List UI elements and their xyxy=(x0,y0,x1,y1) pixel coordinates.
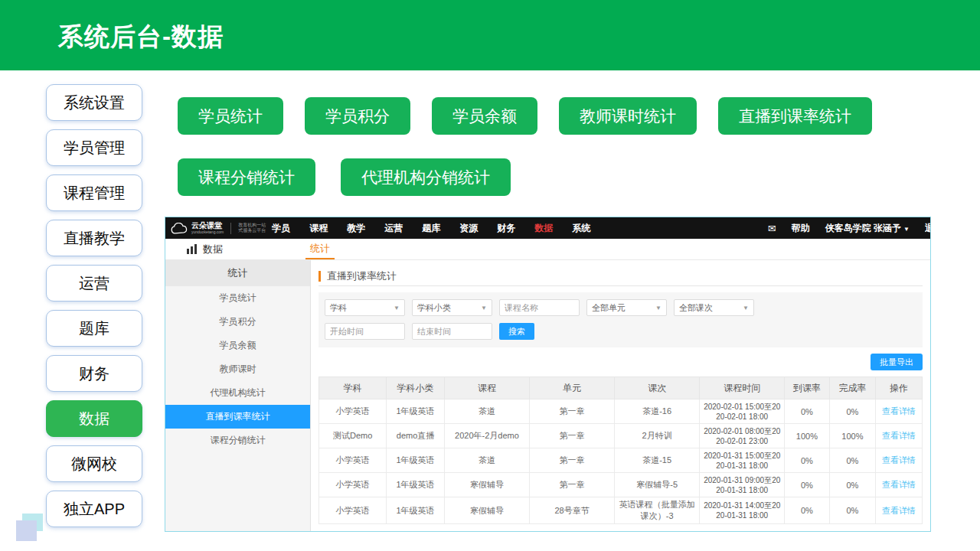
view-details-link[interactable]: 查看详情 xyxy=(882,406,916,416)
student-balance-button[interactable]: 学员余额 xyxy=(432,97,537,135)
cell-subject: 小学英语 xyxy=(319,399,387,424)
sidebar-item-course-management[interactable]: 课程管理 xyxy=(46,174,142,211)
nav-item-students[interactable]: 学员 xyxy=(272,222,290,235)
submenu-item-teacher-hours[interactable]: 教师课时 xyxy=(165,357,310,381)
cell-course-time: 2020-02-01 15:00至2020-02-01 18:00 xyxy=(700,399,785,424)
table-row: 小学英语 1年级英语 茶道 第一章 茶道-15 2020-01-31 15:00… xyxy=(319,448,923,473)
admin-app-screenshot: 云朵课堂 yunduoketang.com 教育机构一站 式服务云平台 学员 课… xyxy=(165,217,931,532)
submenu-item-student-stats[interactable]: 学员统计 xyxy=(165,286,310,310)
cell-subject: 测试Demo xyxy=(319,424,387,448)
chevron-down-icon: ▼ xyxy=(655,305,662,311)
app-breadcrumb-bar: 数据 统计 xyxy=(165,239,930,260)
sidebar-item-finance[interactable]: 财务 xyxy=(46,355,142,392)
main-sidebar: 系统设置 学员管理 课程管理 直播教学 运营 题库 财务 数据 微网校 独立AP… xyxy=(46,84,142,527)
sidebar-item-question-bank[interactable]: 题库 xyxy=(46,310,142,347)
app-submenu: 统计 学员统计 学员积分 学员余额 教师课时 代理机构统计 直播到课率统计 课程… xyxy=(165,260,311,531)
nav-item-data[interactable]: 数据 xyxy=(534,222,553,235)
cell-completion-rate: 0% xyxy=(829,448,876,473)
course-distribution-stats-button[interactable]: 课程分销统计 xyxy=(178,158,315,196)
live-attendance-stats-button[interactable]: 直播到课率统计 xyxy=(718,97,872,135)
cell-completion-rate: 100% xyxy=(829,424,876,448)
nav-item-finance[interactable]: 财务 xyxy=(497,222,515,235)
submenu-item-student-points[interactable]: 学员积分 xyxy=(165,310,310,334)
quick-buttons-row-1: 学员统计 学员积分 学员余额 教师课时统计 直播到课率统计 xyxy=(178,97,872,135)
unit-select[interactable]: 全部单元▼ xyxy=(586,299,667,316)
lesson-select[interactable]: 全部课次▼ xyxy=(674,299,754,316)
start-time-input[interactable] xyxy=(325,323,405,340)
subject-select[interactable]: 学科▼ xyxy=(325,299,405,316)
export-row: 批量导出 xyxy=(318,354,923,370)
table-header-row: 学科 学科小类 课程 单元 课次 课程时间 到课率 完成率 操作 xyxy=(319,377,923,399)
sidebar-item-system-settings[interactable]: 系统设置 xyxy=(46,84,142,121)
cell-completion-rate: 0% xyxy=(829,399,876,424)
teacher-hours-stats-button[interactable]: 教师课时统计 xyxy=(559,97,697,135)
app-logo: 云朵课堂 yunduoketang.com 教育机构一站 式服务云平台 xyxy=(165,222,266,234)
cell-course: 茶道 xyxy=(444,448,529,473)
cell-attendance-rate: 0% xyxy=(785,448,829,473)
submenu-item-course-distribution-stats[interactable]: 课程分销统计 xyxy=(165,429,310,452)
cell-unit: 第一章 xyxy=(529,448,614,473)
nav-item-resources[interactable]: 资源 xyxy=(459,222,478,235)
col-attendance-rate: 到课率 xyxy=(785,377,829,399)
filter-section: 学科▼ 学科小类▼ 全部单元▼ 全部课次▼ 搜索 xyxy=(318,292,923,347)
cell-lesson: 茶道-16 xyxy=(615,399,700,424)
logo-divider xyxy=(230,223,231,234)
app-nav-right: ✉ 帮助 侠客岛学院 张涵予▼ 退 xyxy=(768,222,930,235)
course-name-input[interactable] xyxy=(499,299,580,316)
table-row: 小学英语 1年级英语 茶道 第一章 茶道-16 2020-02-01 15:00… xyxy=(319,399,923,424)
bar-chart-icon xyxy=(187,244,198,254)
table-row: 小学英语 1年级英语 寒假辅导 第一章 寒假辅导-5 2020-01-31 09… xyxy=(319,473,923,497)
nav-item-question-bank[interactable]: 题库 xyxy=(422,222,440,235)
content-title: 直播到课率统计 xyxy=(327,269,397,283)
chevron-down-icon: ▼ xyxy=(903,226,910,233)
help-link[interactable]: 帮助 xyxy=(792,222,810,235)
filter-row-1: 学科▼ 学科小类▼ 全部单元▼ 全部课次▼ xyxy=(325,299,916,316)
sidebar-item-micro-school[interactable]: 微网校 xyxy=(46,445,142,482)
breadcrumb: 数据 xyxy=(187,239,223,259)
student-points-button[interactable]: 学员积分 xyxy=(305,97,410,135)
cell-unit: 第一章 xyxy=(529,424,614,448)
sidebar-item-data[interactable]: 数据 xyxy=(46,400,142,437)
col-unit: 单元 xyxy=(529,377,614,399)
sidebar-item-student-management[interactable]: 学员管理 xyxy=(46,129,142,166)
nav-item-courses[interactable]: 课程 xyxy=(309,222,328,235)
batch-export-button[interactable]: 批量导出 xyxy=(871,354,923,370)
view-details-link[interactable]: 查看详情 xyxy=(882,455,916,465)
agency-distribution-stats-button[interactable]: 代理机构分销统计 xyxy=(341,158,511,196)
cell-course-time: 2020-01-31 09:00至2020-01-31 18:00 xyxy=(700,473,785,497)
chevron-down-icon: ▼ xyxy=(481,305,487,311)
search-button[interactable]: 搜索 xyxy=(499,323,534,340)
view-details-link[interactable]: 查看详情 xyxy=(882,431,916,440)
student-stats-button[interactable]: 学员统计 xyxy=(178,97,283,135)
end-time-input[interactable] xyxy=(412,323,492,340)
logo-tagline: 教育机构一站 式服务云平台 xyxy=(238,223,266,233)
cell-subject: 小学英语 xyxy=(319,473,387,497)
page-banner: 系统后台-数据 xyxy=(0,0,980,70)
sidebar-item-operations[interactable]: 运营 xyxy=(46,265,142,302)
subcategory-select[interactable]: 学科小类▼ xyxy=(412,299,492,316)
submenu-item-student-balance[interactable]: 学员余额 xyxy=(165,334,310,357)
nav-item-teaching[interactable]: 教学 xyxy=(347,222,365,235)
cell-subcategory: 1年级英语 xyxy=(387,448,445,473)
cell-course-time: 2020-02-01 08:00至2020-02-01 23:00 xyxy=(700,424,785,448)
submenu-item-agency-stats[interactable]: 代理机构统计 xyxy=(165,381,310,405)
submenu-item-live-attendance-stats[interactable]: 直播到课率统计 xyxy=(165,405,310,429)
logo-name: 云朵课堂 xyxy=(191,222,224,230)
view-details-link[interactable]: 查看详情 xyxy=(882,506,916,515)
mail-icon[interactable]: ✉ xyxy=(768,223,776,234)
cell-lesson: 寒假辅导-5 xyxy=(615,473,700,497)
sidebar-item-live-teaching[interactable]: 直播教学 xyxy=(46,220,142,256)
view-details-link[interactable]: 查看详情 xyxy=(882,480,916,489)
cell-lesson: 2月特训 xyxy=(615,424,700,448)
tab-statistics[interactable]: 统计 xyxy=(305,239,335,259)
account-menu[interactable]: 侠客岛学院 张涵予▼ xyxy=(825,222,910,235)
col-course-time: 课程时间 xyxy=(700,377,785,399)
col-lesson: 课次 xyxy=(615,377,700,399)
cell-subcategory: 1年级英语 xyxy=(387,473,445,497)
cell-subject: 小学英语 xyxy=(319,448,387,473)
breadcrumb-section: 数据 xyxy=(203,243,223,256)
nav-item-system[interactable]: 系统 xyxy=(572,222,590,235)
cell-lesson: 茶道-15 xyxy=(615,448,700,473)
sidebar-item-standalone-app[interactable]: 独立APP xyxy=(46,491,142,527)
nav-item-operations[interactable]: 运营 xyxy=(384,222,403,235)
